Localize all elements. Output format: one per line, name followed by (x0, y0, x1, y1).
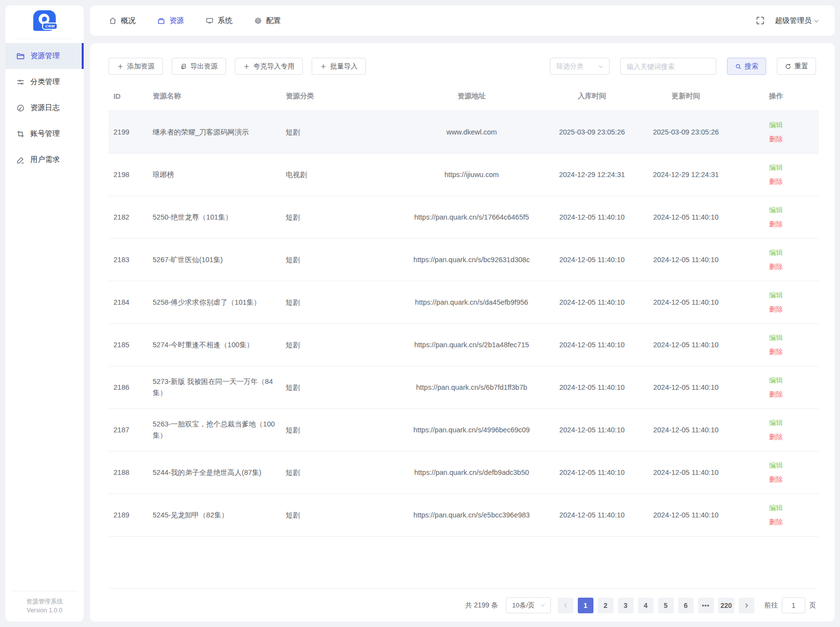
col-id: ID (109, 90, 148, 111)
edit-link[interactable]: 编辑 (769, 162, 783, 173)
cell-name: 琅琊榜 (148, 154, 281, 196)
cell-created: 2024-12-05 11:40:10 (545, 239, 639, 281)
delete-link[interactable]: 删除 (769, 431, 783, 443)
delete-link[interactable]: 删除 (769, 134, 783, 145)
page-button-3[interactable]: 3 (618, 598, 634, 613)
tab-system[interactable]: 系统 (205, 16, 232, 25)
edit-link[interactable]: 编辑 (769, 290, 783, 301)
edit-link[interactable]: 编辑 (769, 119, 783, 131)
chevron-down-icon (813, 18, 820, 24)
sidebar-item-label: 资源管理 (30, 51, 60, 61)
button-label: 重置 (795, 62, 808, 71)
delete-link[interactable]: 删除 (769, 389, 783, 400)
home-icon (109, 17, 117, 25)
edit-link[interactable]: 编辑 (769, 332, 783, 343)
delete-link[interactable]: 删除 (769, 219, 783, 230)
page-size-select[interactable]: 10条/页 (506, 597, 551, 613)
logo-badge-text: CRM (42, 22, 58, 30)
tab-overview[interactable]: 概况 (109, 16, 136, 25)
keyword-search-input[interactable] (620, 58, 716, 75)
table-row: 2188 5244-我的弟子全是绝世高人(87集) 短剧 https://pan… (109, 451, 819, 494)
filter-controls: 筛选分类 搜索 重置 (550, 58, 816, 75)
quark-import-button[interactable]: 夸克导入专用 (235, 58, 303, 75)
table-row: 2185 5274-今时重逢不相逢（100集） 短剧 https://pan.q… (109, 324, 819, 366)
username: 超级管理员 (775, 16, 812, 25)
tab-config[interactable]: 配置 (254, 16, 281, 25)
cell-url: www.dkewl.com (398, 111, 545, 154)
export-resource-button[interactable]: 导出资源 (172, 58, 226, 75)
sidebar-item-category-manage[interactable]: 分类管理 (5, 69, 84, 95)
cell-url: https://pan.quark.cn/s/e5bcc396e983 (398, 494, 545, 537)
cell-updated: 2024-12-05 11:40:10 (639, 324, 733, 366)
cell-updated: 2024-12-05 11:40:10 (639, 494, 733, 537)
search-button[interactable]: 搜索 (727, 58, 766, 75)
delete-link[interactable]: 删除 (769, 176, 783, 187)
page-button-1[interactable]: 1 (578, 598, 593, 613)
app-logo: CRM (5, 5, 84, 36)
tab-label: 资源 (169, 16, 184, 25)
toolbar-actions: 添加资源 导出资源 夸克导入专用 批量导入 (109, 58, 366, 75)
cell-created: 2024-12-29 12:24:31 (545, 154, 639, 196)
cell-category: 短剧 (281, 239, 398, 281)
more-pages-button[interactable]: ••• (698, 598, 714, 613)
cell-id: 2185 (109, 324, 148, 366)
delete-link[interactable]: 删除 (769, 474, 783, 485)
cell-id: 2186 (109, 366, 148, 409)
next-page-button[interactable] (739, 598, 754, 613)
page-button-5[interactable]: 5 (658, 598, 674, 613)
batch-import-button[interactable]: 批量导入 (312, 58, 366, 75)
button-label: 导出资源 (190, 62, 218, 71)
user-menu[interactable]: 超级管理员 (775, 16, 820, 25)
delete-link[interactable]: 删除 (769, 516, 783, 528)
col-name: 资源名称 (148, 90, 281, 111)
cell-updated: 2025-03-09 23:05:26 (639, 111, 733, 154)
edit-link[interactable]: 编辑 (769, 247, 783, 258)
edit-link[interactable]: 编辑 (769, 460, 783, 471)
cell-id: 2182 (109, 196, 148, 239)
cell-id: 2188 (109, 451, 148, 494)
cell-name: 5267-旷世医仙(101集) (148, 239, 281, 281)
compass-pen-icon (16, 104, 25, 112)
sidebar-item-resource-manage[interactable]: 资源管理 (5, 43, 84, 69)
delete-link[interactable]: 删除 (769, 346, 783, 358)
sidebar-item-label: 账号管理 (30, 129, 60, 138)
pagination: 共 2199 条 10条/页 1 2 3 4 5 6 (109, 588, 816, 622)
fullscreen-icon[interactable] (755, 16, 765, 25)
page-button-6[interactable]: 6 (678, 598, 694, 613)
sidebar-item-user-demand[interactable]: 用户需求 (5, 147, 84, 173)
page-button-4[interactable]: 4 (638, 598, 654, 613)
sidebar: CRM 资源管理 分类管理 资源日志 (5, 5, 84, 622)
page-button-2[interactable]: 2 (598, 598, 613, 613)
delete-link[interactable]: 删除 (769, 304, 783, 315)
table-row: 2183 5267-旷世医仙(101集) 短剧 https://pan.quar… (109, 239, 819, 281)
table-row: 2186 5273-新版 我被困在同一天一万年（84集） 短剧 https://… (109, 366, 819, 409)
cell-url: https://ijiuwu.com (398, 154, 545, 196)
prev-page-button[interactable] (558, 598, 573, 613)
table-row: 2187 5263-一胎双宝，抢个总裁当爹地（100集） 短剧 https://… (109, 409, 819, 451)
cell-created: 2024-12-05 11:40:10 (545, 196, 639, 239)
goto-page-input[interactable] (782, 597, 805, 613)
sidebar-item-account-manage[interactable]: 账号管理 (5, 121, 84, 147)
edit-link[interactable]: 编辑 (769, 375, 783, 386)
add-resource-button[interactable]: 添加资源 (109, 58, 163, 75)
cell-category: 短剧 (281, 451, 398, 494)
content-card: 添加资源 导出资源 夸克导入专用 批量导入 (90, 43, 835, 622)
cell-category: 短剧 (281, 281, 398, 324)
category-filter-select[interactable]: 筛选分类 (550, 58, 610, 75)
sidebar-item-resource-log[interactable]: 资源日志 (5, 95, 84, 121)
delete-link[interactable]: 删除 (769, 261, 783, 272)
edit-link[interactable]: 编辑 (769, 417, 783, 428)
total-count: 共 2199 条 (465, 601, 498, 610)
app-name: 资源管理系统 (5, 597, 84, 606)
reset-button[interactable]: 重置 (777, 58, 816, 75)
cell-id: 2184 (109, 281, 148, 324)
edit-link[interactable]: 编辑 (769, 502, 783, 514)
tab-resource[interactable]: 资源 (157, 16, 184, 25)
cell-name: 继承者的荣耀_刀客源码网演示 (148, 111, 281, 154)
page-button-last[interactable]: 220 (718, 598, 734, 613)
table-row: 2182 5250-绝世龙尊（101集） 短剧 https://pan.quar… (109, 196, 819, 239)
cell-url: https://pan.quark.cn/s/17664c6465f5 (398, 196, 545, 239)
edit-link[interactable]: 编辑 (769, 204, 783, 216)
cell-url: https://pan.quark.cn/s/2b1a48fec715 (398, 324, 545, 366)
refresh-icon (785, 63, 792, 70)
